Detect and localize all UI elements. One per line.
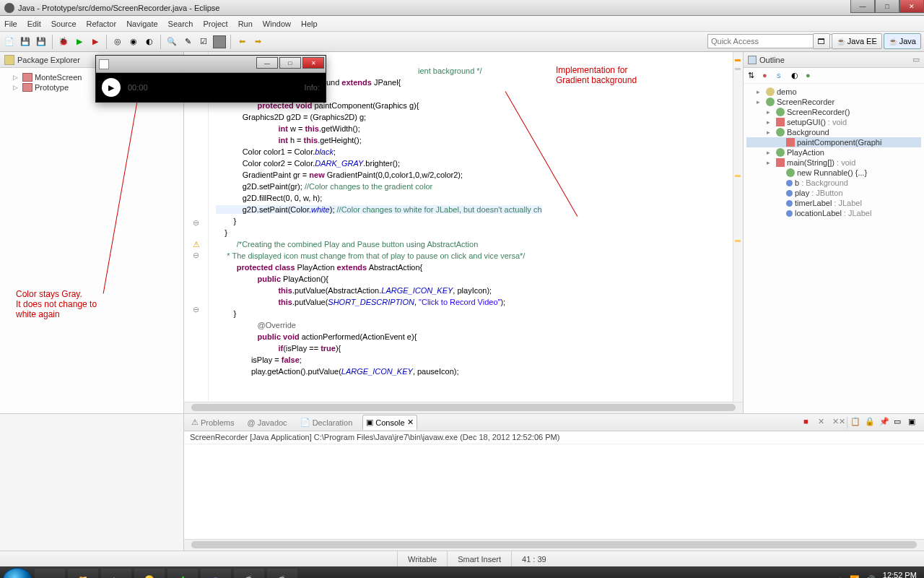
status-bar: Writable Smart Insert 41 : 39: [0, 551, 924, 566]
code-area[interactable]: ient background */ protected class Backg…: [209, 52, 733, 402]
remove-icon[interactable]: ✕: [818, 417, 829, 428]
package-explorer-title: Package Explorer: [17, 56, 80, 64]
system-tray[interactable]: ▲ 📶 🔊 12:52 PM18-Dec-12: [836, 571, 918, 578]
console-hscroll[interactable]: [184, 539, 924, 551]
open-perspective-button[interactable]: 🗖: [813, 33, 830, 49]
editor-hscroll[interactable]: [184, 402, 743, 413]
outline-item[interactable]: ▸ setupGUI() : void: [746, 117, 921, 127]
menu-help[interactable]: Help: [301, 20, 318, 28]
open-console-icon[interactable]: ▣: [908, 417, 920, 428]
terminate-icon[interactable]: ■: [803, 417, 815, 428]
minimize-button[interactable]: —: [850, 0, 875, 13]
perspective-java[interactable]: ☕ Java: [884, 33, 921, 49]
outline-item[interactable]: ▸ main(String[]) : void: [746, 158, 921, 168]
outline-header: Outline ▭: [744, 52, 924, 68]
menu-project[interactable]: Project: [203, 20, 227, 28]
tab-console[interactable]: ▣ Console ✕: [362, 415, 417, 430]
menu-file[interactable]: File: [4, 20, 17, 28]
menu-bar: File Edit Source Refactor Navigate Searc…: [0, 16, 924, 32]
tab-javadoc[interactable]: @ Javadoc: [244, 416, 289, 429]
outline-item[interactable]: new Runnable() {...}: [746, 168, 921, 178]
debug-icon[interactable]: 🐞: [57, 35, 70, 48]
outline-item[interactable]: ▸ ScreenRecorder: [746, 97, 921, 107]
outline-item[interactable]: locationLabel : JLabel: [746, 208, 921, 218]
taskbar-wmp[interactable]: ▶: [101, 569, 131, 578]
taskbar-ie[interactable]: e: [35, 569, 65, 578]
taskbar-chrome[interactable]: 🟡: [134, 569, 165, 578]
maximize-button[interactable]: □: [875, 0, 899, 13]
toolbar: 📄 💾 💾 🐞 ▶ ▶ ◎ ◉ ◐ 🔍 ✎ ☑ ⬅ ➡ 🗖 ☕ Java EE …: [0, 32, 924, 52]
sort-icon[interactable]: ⇅: [748, 71, 758, 81]
hide-fields-icon[interactable]: ●: [762, 71, 772, 81]
java-icon: [99, 59, 109, 69]
task-icon[interactable]: ☑: [197, 35, 210, 48]
new-pkg-icon[interactable]: ◉: [127, 35, 140, 48]
outline-item[interactable]: ▸ ScreenRecorder(): [746, 107, 921, 117]
pin-icon[interactable]: 📌: [879, 417, 891, 428]
nav-fwd-icon[interactable]: ➡: [251, 35, 264, 48]
tab-declaration[interactable]: 📄 Declaration: [297, 415, 356, 429]
console-output[interactable]: [184, 444, 924, 539]
overview-ruler[interactable]: [733, 52, 743, 402]
outline-item[interactable]: b : Background: [746, 178, 921, 188]
window-titlebar: Java - Prototype/src/demo/ScreenRecorder…: [0, 0, 924, 16]
taskbar-utorrent[interactable]: ⬇: [167, 569, 198, 578]
recorder-min-button[interactable]: —: [256, 57, 278, 69]
tray-vol-icon[interactable]: 🔊: [866, 575, 876, 578]
outline-item[interactable]: ▸ PlayAction: [746, 147, 921, 158]
tray-flag-icon[interactable]: ▲: [836, 575, 844, 578]
toggle-icon[interactable]: [213, 35, 226, 48]
remove-all-icon[interactable]: ✕✕: [832, 417, 844, 428]
new-icon[interactable]: 📄: [3, 35, 16, 48]
search-icon[interactable]: 🔍: [165, 35, 178, 48]
taskbar-javaee[interactable]: ☕: [234, 569, 264, 578]
perspective-javaee[interactable]: ☕ Java EE: [832, 33, 882, 49]
outline-min-icon[interactable]: ▭: [912, 55, 920, 64]
timer-label: 00:00: [128, 83, 148, 92]
recorder-window[interactable]: — □ ✕ ▶ 00:00 Info:: [95, 55, 326, 103]
menu-source[interactable]: Source: [51, 20, 77, 28]
taskbar-explorer[interactable]: 📁: [68, 569, 98, 578]
scroll-lock-icon[interactable]: 🔒: [865, 417, 876, 428]
menu-run[interactable]: Run: [238, 20, 253, 28]
outline-item[interactable]: paintComponent(Graphi: [746, 137, 921, 147]
display-icon[interactable]: ▭: [894, 417, 905, 428]
open-type-icon[interactable]: ◐: [143, 35, 156, 48]
save-icon[interactable]: 💾: [19, 35, 32, 48]
save-all-icon[interactable]: 💾: [35, 35, 48, 48]
status-insert: Smart Insert: [447, 551, 511, 566]
clear-icon[interactable]: 📋: [850, 417, 862, 428]
annot-icon[interactable]: ✎: [181, 35, 194, 48]
nav-back-icon[interactable]: ⬅: [235, 35, 248, 48]
tray-net-icon[interactable]: 📶: [850, 575, 860, 578]
hide-nonpub-icon[interactable]: ◐: [791, 71, 801, 81]
menu-edit[interactable]: Edit: [27, 20, 41, 28]
recorder-titlebar[interactable]: — □ ✕: [96, 56, 326, 73]
console-launch-info: ScreenRecorder [Java Application] C:\Pro…: [184, 431, 924, 444]
tab-problems[interactable]: ⚠ Problems: [188, 415, 237, 429]
new-class-icon[interactable]: ◎: [111, 35, 124, 48]
recorder-close-button[interactable]: ✕: [302, 57, 324, 69]
outline-item[interactable]: timerLabel : JLabel: [746, 198, 921, 208]
close-button[interactable]: ✕: [899, 0, 924, 13]
run-ext-icon[interactable]: ▶: [89, 35, 102, 48]
outline-item[interactable]: ▸ Background: [746, 127, 921, 137]
start-button[interactable]: [3, 568, 32, 578]
taskbar-eclipse[interactable]: ◐: [201, 569, 231, 578]
status-position: 41 : 39: [511, 551, 557, 566]
menu-refactor[interactable]: Refactor: [87, 20, 117, 28]
outline-item[interactable]: play : JButton: [746, 188, 921, 198]
recorder-max-button[interactable]: □: [279, 57, 301, 69]
hide-static-icon[interactable]: s: [777, 71, 787, 81]
editor-gutter: ⊖⊖ ⊖⚠ ⊖ ⊖: [184, 52, 209, 402]
code-editor[interactable]: ⊖⊖ ⊖⚠ ⊖ ⊖ ient background */ protected c…: [184, 52, 744, 413]
menu-search[interactable]: Search: [168, 20, 193, 28]
taskbar-java[interactable]: ☕: [267, 569, 297, 578]
hide-local-icon[interactable]: ●: [806, 71, 816, 81]
menu-window[interactable]: Window: [263, 20, 291, 28]
menu-navigate[interactable]: Navigate: [126, 20, 157, 28]
play-button[interactable]: ▶: [102, 78, 121, 97]
outline-item[interactable]: ▸ demo: [746, 87, 921, 97]
run-icon[interactable]: ▶: [73, 35, 86, 48]
eclipse-icon: [4, 3, 14, 13]
